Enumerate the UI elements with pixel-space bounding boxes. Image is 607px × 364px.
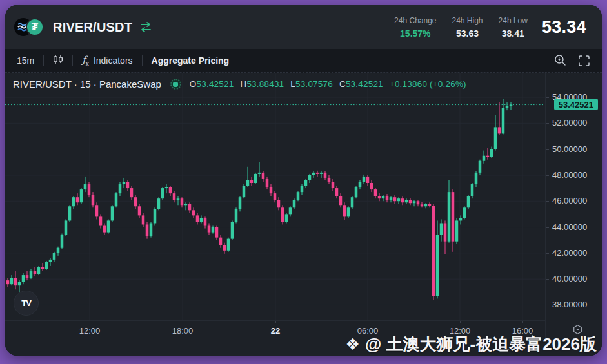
indicators-button[interactable]: ƒx Indicators [82,54,132,67]
chart-toolbar: 15m ƒx Indicators Aggregate Pricing [5,49,602,73]
usdt-coin-icon: ₮ [26,18,44,36]
toolbar-divider [43,55,44,66]
chart-type-button[interactable] [53,54,63,68]
fullscreen-icon[interactable] [578,55,590,67]
time-tick-mark [460,321,461,323]
time-tick-mark [183,321,183,323]
chart-area[interactable]: RIVER/USDT · 15 · PancakeSwap O53.42521 … [5,73,602,356]
current-price-label: 53.42521 [554,99,598,110]
stat-24h-high-value: 53.63 [452,28,483,39]
time-tick-mark [522,321,523,323]
price-tick: 50.00000 [552,144,587,154]
stat-24h-change: 24h Change 15.57% [394,16,436,39]
legend-pair-info: RIVER/USDT · 15 · PancakeSwap [13,79,161,90]
price-tick-mark [546,97,549,98]
toolbar-divider [142,55,143,66]
trading-app-window: ₮ RIVER/USDT 24h Change 15.57% 24h High … [5,5,602,356]
price-tick: 38.00000 [552,300,587,309]
source-status-icon[interactable] [170,79,181,90]
last-price: 53.34 [542,17,586,37]
watermark-text: @ 土澳大狮兄-被迫暴富2026版 [365,333,597,356]
fx-icon: ƒx [82,54,89,67]
price-tick: 48.00000 [552,170,587,180]
stat-24h-change-value: 15.57% [394,28,436,39]
time-tick: 12:00 [79,326,101,336]
price-tick-mark [546,279,549,280]
chart-legend: RIVER/USDT · 15 · PancakeSwap O53.42521 … [13,79,466,90]
price-tick-mark [546,305,549,305]
legend-change: +0.13860 (+0.26%) [390,79,466,89]
price-tick: 52.00000 [552,118,587,128]
stat-24h-high: 24h High 53.63 [452,16,483,39]
price-tick-mark [546,253,549,254]
24h-stats: 24h Change 15.57% 24h High 53.63 24h Low… [394,16,528,39]
price-tick: 42.00000 [552,248,587,258]
stat-24h-low: 24h Low 38.41 [499,16,528,39]
tradingview-logo[interactable]: TV [14,291,39,316]
price-tick-mark [546,123,549,124]
binance-diamond-icon: ❖ [346,335,360,354]
time-tick-mark [275,321,276,323]
pair-title: RIVER/USDT [53,20,132,35]
price-tick-mark [546,227,549,228]
price-tick: 46.00000 [552,196,587,206]
flash-search-icon[interactable] [553,54,566,67]
time-tick: 22 [271,326,280,336]
price-tick-mark [546,149,549,150]
watermark: ❖ @ 土澳大狮兄-被迫暴富2026版 [346,333,597,356]
price-tick: 40.00000 [552,274,587,283]
time-tick-mark [90,321,90,323]
toolbar-divider [72,55,73,66]
pair-logos: ₮ [14,17,45,37]
candlestick-plot[interactable] [5,73,545,320]
interval-button[interactable]: 15m [17,55,34,66]
price-tick-mark [546,175,549,176]
toolbar-divider [544,55,544,66]
candlestick-icon [53,54,63,68]
legend-ohlc: O53.42521 H53.88431 L53.07576 C53.42521 … [190,79,466,89]
price-tick: 44.00000 [552,222,587,232]
price-tick-mark [546,201,549,202]
price-axis[interactable]: 54.0000052.0000050.0000048.0000046.00000… [545,73,602,341]
aggregate-pricing-button[interactable]: Aggregate Pricing [152,55,230,66]
stat-24h-low-value: 38.41 [499,28,528,39]
swap-pair-icon[interactable] [139,21,153,33]
pair-header: ₮ RIVER/USDT 24h Change 15.57% 24h High … [5,5,602,49]
time-tick-mark [368,321,368,323]
time-tick: 18:00 [172,326,194,336]
